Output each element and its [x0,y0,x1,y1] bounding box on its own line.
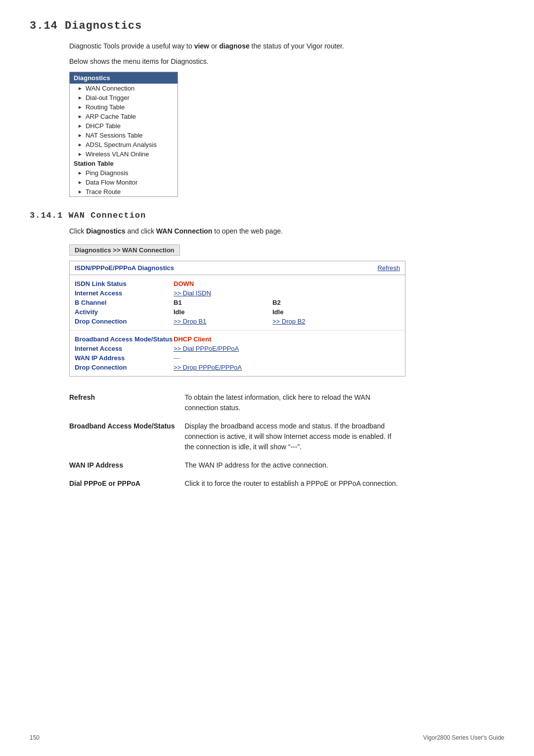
menu-item-label: Dial-out Trigger [86,94,130,101]
menu-item-data-flow[interactable]: ► Data Flow Monitor [70,178,178,187]
broadband-mode-val2 [272,335,371,343]
diag-row-broadband-mode: Broadband Access Mode/Status DHCP Client [75,334,400,344]
subsection-intro: Click Diagnostics and click WAN Connecti… [69,226,504,236]
isdn-link-val2 [272,280,371,287]
wan-ip-label: WAN IP Address [75,354,174,362]
diag-row-activity: Activity Idle Idle [75,307,400,317]
desc-def-refresh: To obtain the latest information, click … [184,388,405,417]
diag-row-wan-ip: WAN IP Address --- [75,353,400,363]
page-number: 150 [30,734,40,741]
b-channel-b2: B2 [272,299,371,306]
desc-def-wan-ip: The WAN IP address for the active connec… [184,456,405,474]
arrow-icon: ► [78,95,83,100]
drop-pppoe-link[interactable]: >> Drop PPPoE/PPPoA [174,364,272,371]
menu-item-ping[interactable]: ► Ping Diagnosis [70,168,178,178]
menu-item-trace-route[interactable]: ► Trace Route [70,187,178,196]
menu-item-label: ADSL Spectrum Analysis [86,141,157,148]
desc-row-refresh: Refresh To obtain the latest information… [69,388,405,417]
dial-pppoe-link[interactable]: >> Dial PPPoE/PPPoA [174,345,272,352]
arrow-icon: ► [78,114,83,119]
menu-item-arp-cache[interactable]: ► ARP Cache Table [70,112,178,121]
menu-item-label: NAT Sessions Table [86,132,143,139]
menu-item-label: Ping Diagnosis [86,169,129,177]
arrow-icon: ► [78,86,83,91]
desc-def-dial-pppoe: Click it to force the router to establis… [184,474,405,493]
desc-term-refresh: Refresh [69,388,184,417]
menu-item-label: Wireless VLAN Online [86,150,149,158]
intro-paragraph-2: Below shows the menu items for Diagnosti… [69,56,504,67]
activity-idle2: Idle [272,308,371,316]
internet-access-label: Internet Access [75,289,174,297]
isdn-link-value: DOWN [174,280,272,287]
drop-b1-link[interactable]: >> Drop B1 [174,318,272,325]
arrow-icon: ► [78,180,83,185]
diag-row-drop-connection: Drop Connection >> Drop B1 >> Drop B2 [75,317,400,326]
arrow-icon: ► [78,123,83,129]
menu-item-wireless-vlan[interactable]: ► Wireless VLAN Online [70,149,178,159]
isdn-link-label: ISDN Link Status [75,280,174,287]
page-footer: 150 Vigor2800 Series User's Guide [30,734,504,741]
intro-paragraph-1: Diagnostic Tools provide a useful way to… [69,41,504,51]
desc-row-dial-pppoe: Dial PPPoE or PPPoA Click it to force th… [69,474,405,493]
desc-row-broadband: Broadband Access Mode/Status Display the… [69,417,405,456]
broadband-section: Broadband Access Mode/Status DHCP Client… [70,331,405,376]
diag-row-b-channel: B Channel B1 B2 [75,298,400,307]
diag-table-title: ISDN/PPPoE/PPPoA Diagnostics [75,264,174,272]
product-name: Vigor2800 Series User's Guide [423,734,504,741]
wan-ip-value: --- [174,354,272,362]
diag-row-bb-internet: Internet Access >> Dial PPPoE/PPPoA [75,344,400,353]
bb-internet-label: Internet Access [75,345,174,352]
b-channel-b1: B1 [174,299,272,306]
menu-item-station-table[interactable]: Station Table [70,159,178,168]
isdn-section: ISDN Link Status DOWN Internet Access >>… [70,275,405,331]
menu-item-dial-out[interactable]: ► Dial-out Trigger [70,93,178,102]
refresh-link[interactable]: Refresh [377,264,400,272]
arrow-icon: ► [78,151,83,157]
arrow-icon: ► [78,133,83,138]
broadband-mode-value: DHCP Client [174,335,272,343]
menu-item-adsl-spectrum[interactable]: ► ADSL Spectrum Analysis [70,140,178,149]
internet-access-value[interactable]: >> Dial ISDN [174,289,272,297]
menu-item-label: WAN Connection [86,85,134,92]
wan-ip-val2 [272,354,371,362]
desc-def-broadband: Display the broadband access mode and st… [184,417,405,456]
drop-bb-label: Drop Connection [75,364,174,371]
arrow-icon: ► [78,189,83,194]
drop-bb-val2 [272,364,371,371]
drop-connection-label: Drop Connection [75,318,174,325]
diag-row-drop-bb: Drop Connection >> Drop PPPoE/PPPoA [75,363,400,372]
b-channel-label: B Channel [75,299,174,306]
menu-item-routing-table[interactable]: ► Routing Table [70,102,178,112]
bb-internet-val2 [272,345,371,352]
activity-idle1: Idle [174,308,272,316]
menu-item-dhcp-table[interactable]: ► DHCP Table [70,121,178,131]
menu-item-label: ARP Cache Table [86,113,136,120]
breadcrumb: Diagnostics >> WAN Connection [69,244,180,256]
subsection-title: 3.14.1 WAN Connection [30,211,504,220]
arrow-icon: ► [78,142,83,147]
diag-table-header: ISDN/PPPoE/PPPoA Diagnostics Refresh [70,261,405,275]
menu-item-label: DHCP Table [86,122,121,130]
diag-row-internet-access: Internet Access >> Dial ISDN [75,288,400,298]
section-title: 3.14 Diagnostics [30,20,504,32]
arrow-icon: ► [78,170,83,176]
menu-item-label: Data Flow Monitor [86,179,137,186]
diag-table: ISDN/PPPoE/PPPoA Diagnostics Refresh ISD… [69,261,405,377]
drop-b2-link[interactable]: >> Drop B2 [272,318,371,325]
desc-term-wan-ip: WAN IP Address [69,456,184,474]
menu-item-nat-sessions[interactable]: ► NAT Sessions Table [70,131,178,140]
desc-term-broadband: Broadband Access Mode/Status [69,417,184,456]
menu-item-label: Trace Route [86,188,121,195]
desc-term-dial-pppoe: Dial PPPoE or PPPoA [69,474,184,493]
menu-box: Diagnostics ► WAN Connection ► Dial-out … [69,72,178,197]
diag-row-isdn-link: ISDN Link Status DOWN [75,279,400,288]
broadband-mode-label: Broadband Access Mode/Status [75,335,174,343]
internet-access-val2 [272,289,371,297]
arrow-icon: ► [78,104,83,110]
activity-label: Activity [75,308,174,316]
menu-item-wan-connection[interactable]: ► WAN Connection [70,84,178,93]
description-table: Refresh To obtain the latest information… [69,388,405,493]
menu-item-label: Routing Table [86,103,125,111]
desc-row-wan-ip: WAN IP Address The WAN IP address for th… [69,456,405,474]
menu-header: Diagnostics [70,72,178,84]
